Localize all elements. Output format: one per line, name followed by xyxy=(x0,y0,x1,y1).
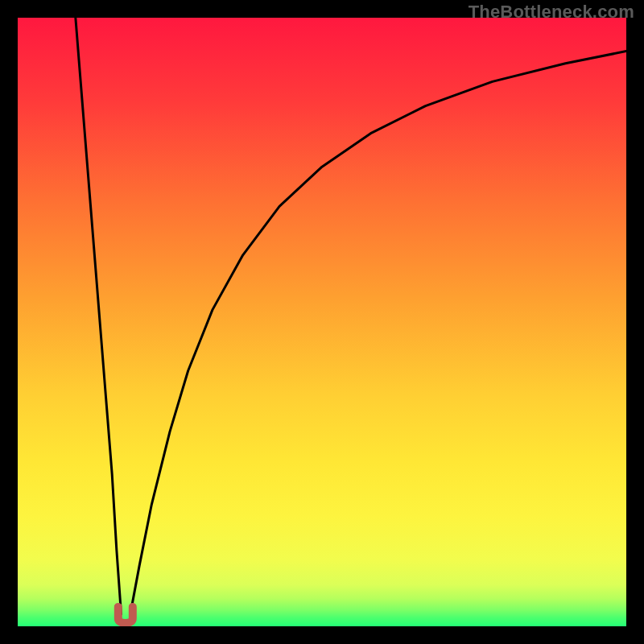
gradient-background xyxy=(18,18,626,626)
chart-frame: TheBottleneck.com xyxy=(0,0,644,644)
chart-svg xyxy=(18,18,626,626)
watermark-text: TheBottleneck.com xyxy=(469,2,634,23)
plot-area xyxy=(18,18,626,626)
